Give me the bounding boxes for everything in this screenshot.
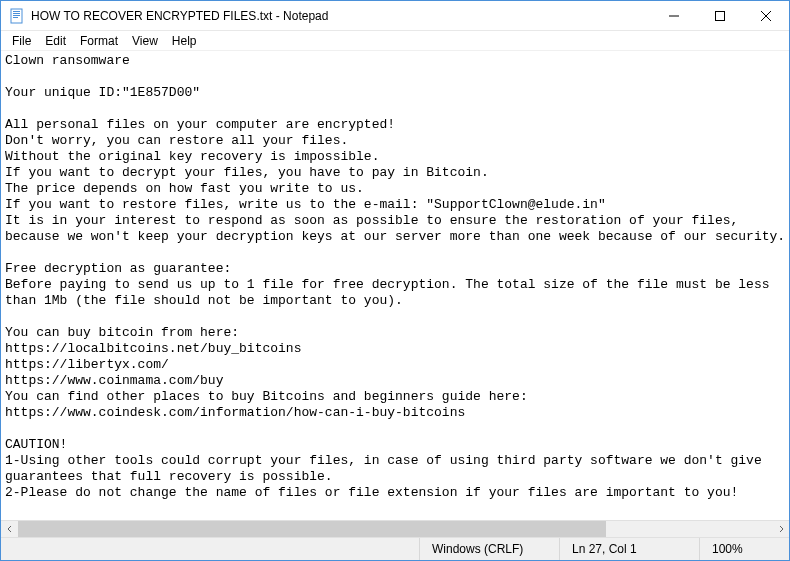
window-controls — [651, 1, 789, 30]
menu-help[interactable]: Help — [165, 32, 204, 50]
scroll-track[interactable] — [18, 521, 772, 537]
maximize-button[interactable] — [697, 1, 743, 30]
status-cursor-position: Ln 27, Col 1 — [559, 538, 699, 560]
close-button[interactable] — [743, 1, 789, 30]
status-eol: Windows (CRLF) — [419, 538, 559, 560]
svg-rect-3 — [13, 15, 20, 16]
svg-rect-4 — [13, 17, 18, 18]
menu-file[interactable]: File — [5, 32, 38, 50]
scroll-left-arrow-icon[interactable] — [1, 521, 18, 537]
status-zoom: 100% — [699, 538, 789, 560]
svg-rect-2 — [13, 13, 20, 14]
scroll-right-arrow-icon[interactable] — [772, 521, 789, 537]
notepad-icon — [9, 8, 25, 24]
status-bar: Windows (CRLF) Ln 27, Col 1 100% — [1, 537, 789, 560]
svg-rect-6 — [716, 11, 725, 20]
text-editor[interactable]: Clown ransomware Your unique ID:"1E857D0… — [1, 51, 789, 520]
minimize-button[interactable] — [651, 1, 697, 30]
svg-rect-1 — [13, 11, 20, 12]
horizontal-scrollbar[interactable] — [1, 520, 789, 537]
scroll-thumb[interactable] — [18, 521, 606, 537]
menu-edit[interactable]: Edit — [38, 32, 73, 50]
menu-bar: File Edit Format View Help — [1, 31, 789, 51]
menu-view[interactable]: View — [125, 32, 165, 50]
title-bar: HOW TO RECOVER ENCRYPTED FILES.txt - Not… — [1, 1, 789, 31]
menu-format[interactable]: Format — [73, 32, 125, 50]
window-title: HOW TO RECOVER ENCRYPTED FILES.txt - Not… — [31, 9, 651, 23]
